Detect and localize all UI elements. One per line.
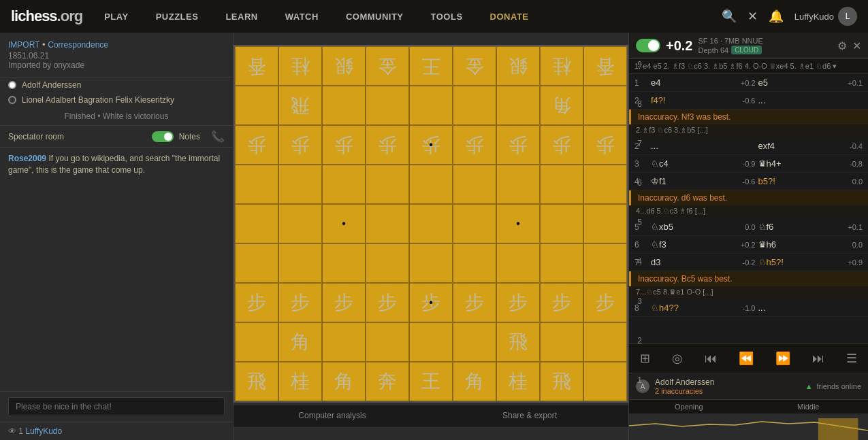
move-black[interactable]: ♘h5?! bbox=[756, 256, 836, 269]
board-cell[interactable]: 步 bbox=[235, 283, 278, 322]
board-cell[interactable] bbox=[409, 322, 453, 362]
close-icon[interactable]: ✕ bbox=[748, 9, 758, 24]
nav-donate[interactable]: DONATE bbox=[485, 9, 534, 24]
move-black[interactable]: ... bbox=[756, 94, 836, 107]
board-cell[interactable] bbox=[235, 204, 278, 243]
board-cell[interactable]: 步 bbox=[409, 283, 453, 322]
settings-icon[interactable]: ⚙ bbox=[837, 39, 847, 52]
move-black[interactable]: ♛h6 bbox=[756, 238, 836, 251]
move-white[interactable]: ♘f3 bbox=[648, 238, 728, 251]
board-cell[interactable] bbox=[409, 86, 453, 125]
nav-community[interactable]: COMMUNITY bbox=[340, 9, 409, 24]
board-cell[interactable] bbox=[278, 243, 322, 283]
board-cell[interactable] bbox=[540, 322, 583, 362]
board-cell[interactable] bbox=[453, 204, 496, 243]
watcher-name[interactable]: LuffyKudo bbox=[25, 426, 62, 436]
board-cell[interactable] bbox=[322, 86, 366, 125]
move-black[interactable]: b5?! bbox=[756, 175, 836, 188]
chat-input[interactable] bbox=[8, 397, 225, 416]
board-cell[interactable] bbox=[366, 204, 409, 243]
board-cell[interactable] bbox=[278, 165, 322, 204]
board-cell[interactable]: 歩 bbox=[409, 125, 453, 165]
board-cell[interactable] bbox=[496, 243, 540, 283]
skip-end-button[interactable]: ⏭ bbox=[807, 349, 830, 369]
board-cell[interactable]: 歩 bbox=[583, 125, 627, 165]
move-white[interactable]: ... bbox=[648, 139, 728, 152]
menu-icon[interactable]: ☰ bbox=[841, 348, 863, 369]
nav-puzzles[interactable]: PUZZLES bbox=[150, 9, 204, 24]
board-cell[interactable]: 王 bbox=[409, 46, 453, 86]
nav-learn[interactable]: LEARN bbox=[220, 9, 263, 24]
board-cell[interactable] bbox=[496, 86, 540, 125]
notes-button[interactable]: Notes bbox=[179, 132, 200, 141]
board-cell[interactable]: 步 bbox=[583, 283, 627, 322]
board-cell[interactable] bbox=[235, 165, 278, 204]
board-cell[interactable]: 歩 bbox=[278, 125, 322, 165]
engine-toggle[interactable] bbox=[636, 39, 660, 52]
board-cell[interactable] bbox=[322, 243, 366, 283]
board-cell[interactable] bbox=[453, 243, 496, 283]
chess-board[interactable]: 香桂銀金王金銀桂香飛角歩歩歩歩歩歩歩歩歩步步步步步步步步步角飛飛桂角奔王角桂飛 bbox=[234, 45, 628, 403]
skip-start-button[interactable]: ⏮ bbox=[699, 349, 722, 369]
board-cell[interactable] bbox=[496, 165, 540, 204]
board-cell[interactable] bbox=[540, 165, 583, 204]
tab-computer-analysis[interactable]: Computer analysis bbox=[234, 405, 431, 427]
chat-username[interactable]: Rose2009 bbox=[8, 154, 46, 163]
board-cell[interactable] bbox=[583, 204, 627, 243]
phone-icon[interactable]: 📞 bbox=[211, 130, 225, 143]
move-black[interactable]: ♛h4+ bbox=[756, 157, 836, 170]
next-button[interactable]: ⏩ bbox=[770, 348, 796, 369]
board-cell[interactable]: 桂 bbox=[540, 46, 583, 86]
spectator-toggle[interactable] bbox=[152, 131, 174, 142]
move-black[interactable]: exf4 bbox=[756, 139, 836, 152]
board-cell[interactable] bbox=[409, 165, 453, 204]
move-white[interactable]: ♘xb5 bbox=[648, 220, 728, 233]
board-cell[interactable]: 桂 bbox=[496, 362, 540, 401]
board-cell[interactable]: 角 bbox=[322, 362, 366, 401]
user-menu[interactable]: LuffyKudo L bbox=[794, 7, 857, 26]
chart-tab-opening[interactable]: Opening bbox=[629, 400, 749, 413]
import-link[interactable]: IMPORT bbox=[8, 40, 39, 50]
board-cell[interactable]: 桂 bbox=[278, 46, 322, 86]
board-cell[interactable]: 桂 bbox=[278, 362, 322, 401]
board-cell[interactable]: 步 bbox=[322, 283, 366, 322]
move-black[interactable]: ... bbox=[756, 301, 836, 314]
search-icon[interactable]: 🔍 bbox=[722, 9, 737, 24]
board-cell[interactable] bbox=[583, 362, 627, 401]
board-cell[interactable] bbox=[496, 204, 540, 243]
board-cell[interactable]: 香 bbox=[235, 46, 278, 86]
board-cell[interactable] bbox=[540, 243, 583, 283]
move-white[interactable]: e4 bbox=[648, 76, 728, 89]
board-cell[interactable]: 飛 bbox=[235, 362, 278, 401]
board-cell[interactable]: 步 bbox=[278, 283, 322, 322]
board-cell[interactable] bbox=[235, 243, 278, 283]
board-cell[interactable]: 香 bbox=[583, 46, 627, 86]
board-cell[interactable]: 角 bbox=[453, 362, 496, 401]
board-cell[interactable] bbox=[278, 204, 322, 243]
board-cell[interactable] bbox=[409, 204, 453, 243]
target-icon[interactable]: ◎ bbox=[666, 348, 688, 369]
board-cell[interactable]: 歩 bbox=[453, 125, 496, 165]
board-cell[interactable] bbox=[322, 204, 366, 243]
board-cell[interactable] bbox=[322, 322, 366, 362]
board-cell[interactable] bbox=[583, 86, 627, 125]
chart-tab-middle[interactable]: Middle bbox=[749, 400, 869, 413]
board-cell[interactable]: 飛 bbox=[540, 362, 583, 401]
board-cell[interactable]: 飛 bbox=[496, 322, 540, 362]
board-cell[interactable] bbox=[235, 322, 278, 362]
board-cell[interactable]: 歩 bbox=[366, 125, 409, 165]
nav-watch[interactable]: WATCH bbox=[280, 9, 324, 24]
board-cell[interactable]: 步 bbox=[496, 283, 540, 322]
board-cell[interactable] bbox=[366, 165, 409, 204]
move-white[interactable]: d3 bbox=[648, 256, 728, 269]
move-white[interactable]: ♘c4 bbox=[648, 157, 728, 170]
board-cell[interactable] bbox=[235, 86, 278, 125]
moves-breadcrumb[interactable]: 1. e4 e5 2. ♗f3 ♘c6 3. ♗b5 ♗f6 4. O-O ♕x… bbox=[634, 62, 863, 71]
board-cell[interactable]: 步 bbox=[366, 283, 409, 322]
board-cell[interactable] bbox=[540, 204, 583, 243]
board-cell[interactable] bbox=[583, 243, 627, 283]
board-cell[interactable]: 歩 bbox=[540, 125, 583, 165]
board-cell[interactable]: 金 bbox=[366, 46, 409, 86]
board-cell[interactable]: 角 bbox=[540, 86, 583, 125]
board-cell[interactable]: 步 bbox=[453, 283, 496, 322]
